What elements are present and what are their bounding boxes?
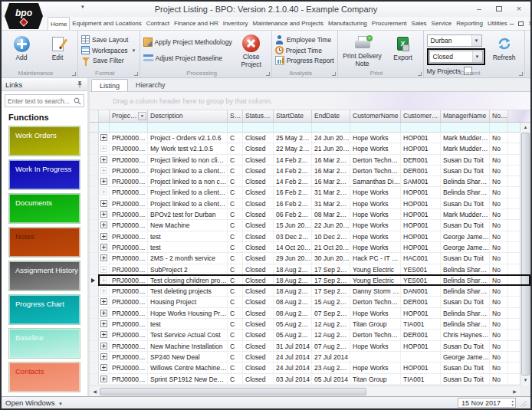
mdi-minimize-button[interactable]: –: [510, 18, 514, 30]
dialog-launcher-icon[interactable]: [332, 72, 336, 76]
date-spinner[interactable]: ▲▼: [511, 399, 515, 407]
filter-cell[interactable]: [148, 123, 228, 132]
ribbon-tab[interactable]: Procurement: [369, 17, 409, 30]
scroll-up-icon[interactable]: ▲: [521, 123, 530, 133]
open-windows-button[interactable]: Open Windows ▼: [5, 399, 63, 407]
refresh-button[interactable]: Refresh: [488, 33, 521, 67]
dialog-launcher-icon[interactable]: [266, 72, 270, 76]
scroll-right-icon[interactable]: ▶: [510, 389, 520, 394]
ribbon-tab[interactable]: Inventory: [221, 17, 251, 30]
filter-cell[interactable]: [274, 123, 312, 132]
branch-select[interactable]: Durban ▼: [427, 34, 482, 47]
edit-button[interactable]: Edit: [41, 33, 74, 67]
filter-cell[interactable]: [228, 123, 243, 132]
date-picker[interactable]: 15 Nov 2017 ▲▼: [458, 398, 516, 408]
dialog-launcher-icon[interactable]: [519, 72, 523, 76]
function-link-button[interactable]: Contacts: [9, 362, 80, 392]
expand-toggle[interactable]: [99, 166, 110, 175]
close-project-button[interactable]: Close Project: [235, 33, 268, 67]
ribbon-tab[interactable]: Contract: [144, 17, 172, 30]
function-link-button[interactable]: Notes: [9, 228, 80, 257]
table-row[interactable]: PRJ0000136 test C Closed 14 Oct 2015 21 …: [90, 242, 530, 253]
expand-toggle[interactable]: [99, 242, 110, 252]
vertical-scroll-thumb[interactable]: [521, 133, 530, 376]
table-row[interactable]: PRJ0000081 SubProject 2 C Closed 18 Aug …: [90, 264, 530, 275]
expand-toggle[interactable]: [99, 209, 110, 219]
scroll-left-icon[interactable]: ◀: [90, 389, 100, 394]
expand-toggle[interactable]: [99, 308, 110, 318]
export-button[interactable]: X Export: [386, 33, 420, 67]
ribbon-tab[interactable]: Equipment and Locations: [70, 17, 143, 30]
expand-toggle[interactable]: [99, 143, 110, 153]
status-filter-select[interactable]: Closed ▼: [429, 51, 483, 63]
expand-toggle[interactable]: [99, 297, 110, 307]
save-filter-button[interactable]: Save Filter: [81, 55, 136, 66]
mdi-close-button[interactable]: ×: [528, 18, 532, 30]
expand-toggle[interactable]: [99, 155, 110, 165]
table-row[interactable]: PRJ0000248 Project - Orders v2.1.0.6 C C…: [90, 133, 530, 143]
progress-report-button[interactable]: Progress Report: [275, 55, 334, 66]
table-row[interactable]: PRJ0000153 test C Closed 03 Dec 2015 10 …: [90, 231, 530, 242]
table-row[interactable]: PRJ0000066 Willows Centre Machine Servic…: [90, 362, 530, 373]
ribbon-tab[interactable]: Service: [429, 17, 455, 30]
adjust-project-baseline-button[interactable]: Adjust Project Baseline: [143, 53, 232, 64]
minimize-button[interactable]: –: [470, 3, 488, 15]
filter-cell[interactable]: [243, 123, 274, 132]
add-button[interactable]: Add: [5, 33, 38, 67]
expand-toggle[interactable]: [99, 362, 110, 372]
expand-toggle[interactable]: [99, 275, 110, 285]
expand-toggle[interactable]: [99, 253, 110, 263]
employee-time-button[interactable]: Employee Time: [275, 34, 334, 45]
filter-cell[interactable]: [490, 123, 508, 132]
grid-view-tab[interactable]: Hierarchy: [128, 79, 173, 91]
table-row[interactable]: PRJ0000065 Sprint SP1912 New Deal Sale C…: [90, 374, 530, 385]
function-link-button[interactable]: Assignment History: [9, 261, 80, 290]
filter-cell[interactable]: [110, 123, 148, 132]
column-header[interactable]: CustomerCode: [401, 110, 441, 122]
ribbon-tab[interactable]: Utilities: [485, 17, 510, 30]
table-row[interactable]: PRJ0000169 Project linked to a client lo…: [90, 187, 530, 198]
project-time-button[interactable]: Project Time: [275, 45, 334, 56]
expand-toggle[interactable]: [99, 176, 110, 186]
filter-cell[interactable]: [350, 123, 401, 132]
table-row[interactable]: PRJ0000069 Test Service Actual Cost C Cl…: [90, 330, 530, 340]
column-header[interactable]: StartDate: [274, 110, 312, 122]
expand-toggle[interactable]: [99, 374, 110, 384]
ribbon-tab[interactable]: Finance and HR: [172, 17, 221, 30]
table-row[interactable]: PRJ0000070 test C Closed 05 Aug 2014 12 …: [90, 319, 530, 330]
quick-access-caret-icon[interactable]: ▾: [81, 4, 84, 10]
ribbon-tab[interactable]: Reporting: [454, 17, 485, 30]
table-row[interactable]: PRJ0000167 BPOv2 test for Durban C Close…: [90, 209, 530, 220]
dialog-launcher-icon[interactable]: [418, 72, 422, 76]
save-layout-button[interactable]: Save Layout: [81, 34, 136, 45]
dialog-launcher-icon[interactable]: [72, 72, 76, 76]
column-header[interactable]: EndDate: [312, 110, 350, 122]
workspaces-button[interactable]: Workspaces ▼: [81, 45, 136, 56]
expand-toggle[interactable]: [99, 133, 110, 143]
mdi-restore-button[interactable]: [518, 18, 524, 30]
horizontal-scrollbar[interactable]: ◀ ▶: [90, 385, 520, 396]
expand-toggle[interactable]: [99, 352, 110, 362]
function-link-button[interactable]: Work Orders: [9, 126, 80, 156]
table-row[interactable]: PRJ0000171 Project linked to a client as…: [90, 166, 530, 176]
horizontal-scroll-thumb[interactable]: [100, 388, 366, 395]
dialog-launcher-icon[interactable]: [134, 72, 138, 76]
table-row[interactable]: PRJ0000173 Project linked to non client …: [90, 155, 530, 166]
filter-cell[interactable]: [441, 123, 490, 132]
column-header[interactable]: Status: [228, 110, 243, 122]
expand-toggle[interactable]: [99, 220, 110, 230]
expand-toggle[interactable]: [99, 187, 110, 197]
table-row[interactable]: PRJ0000076 Test deleting projects C Clos…: [90, 286, 530, 297]
function-link-button[interactable]: Documents: [9, 194, 80, 223]
column-header[interactable]: Description: [148, 110, 228, 122]
filter-cell[interactable]: [312, 123, 350, 132]
table-row[interactable]: PRJ0000242 My Work test v2.1.0.5 C Close…: [90, 143, 530, 154]
table-row[interactable]: PRJ0000170 Project linked to a non custo…: [90, 176, 530, 187]
scroll-down-icon[interactable]: ▼: [521, 376, 530, 385]
ribbon-tab[interactable]: Sales: [409, 17, 429, 30]
column-header[interactable]: Notify: [490, 110, 508, 122]
print-delivery-note-button[interactable]: ? Print Delivery Note: [341, 33, 384, 67]
ribbon-tab[interactable]: Manufacturing: [326, 17, 369, 30]
resize-grip[interactable]: [519, 399, 527, 407]
close-button[interactable]: ×: [510, 3, 528, 15]
